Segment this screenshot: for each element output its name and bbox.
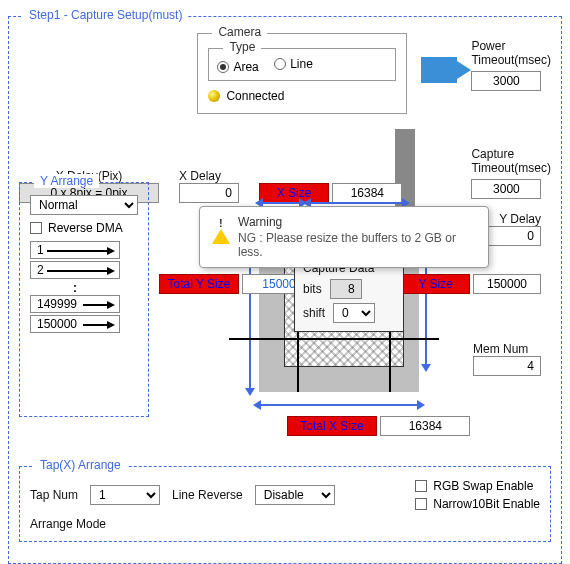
camera-type-group: Type Area Line <box>208 48 396 81</box>
warning-icon <box>212 215 230 231</box>
shift-label: shift <box>303 306 325 320</box>
yarrange-title: Y Arrange <box>34 174 99 188</box>
yarrange-mode-select[interactable]: Normal <box>30 195 138 215</box>
connected-label: Connected <box>226 89 284 103</box>
total-xsize-input[interactable]: 16384 <box>380 416 470 436</box>
memnum-label: Mem Num <box>473 342 541 356</box>
power-timeout-block: Power Timeout(msec) 3000 <box>471 39 551 91</box>
warning-title: Warning <box>238 215 476 229</box>
camera-type-area-label: Area <box>233 60 258 74</box>
list-item: 2 <box>30 261 120 279</box>
ysize-label: Y Size <box>402 274 470 294</box>
total-xsize-block: Total X Size 16384 <box>287 414 470 436</box>
yarrange-list: 1 2 : 149999 150000 <box>30 241 138 333</box>
total-ysize-label: Total Y Size <box>159 274 239 294</box>
camera-group: Camera Type Area Line Connected <box>197 33 407 114</box>
ysize-input[interactable]: 150000 <box>473 274 541 294</box>
tapx-title: Tap(X) Arrange <box>34 458 127 472</box>
power-timeout-input[interactable]: 3000 <box>471 71 541 91</box>
ysize-block: Y Size 150000 <box>402 272 541 294</box>
camera-icon <box>421 57 457 83</box>
tapnum-label: Tap Num <box>30 488 78 502</box>
camera-type-line-radio[interactable]: Line <box>274 57 313 71</box>
memnum-input[interactable]: 4 <box>473 356 541 376</box>
narrow10-checkbox[interactable]: Narrow10Bit Enable <box>415 497 540 511</box>
connected-indicator-icon <box>208 90 220 102</box>
diagram-area: Y Arrange Normal Reverse DMA 1 2 : 14999… <box>19 174 551 464</box>
bits-readonly: 8 <box>330 279 362 299</box>
shift-select[interactable]: 0 <box>333 303 375 323</box>
linereverse-label: Line Reverse <box>172 488 243 502</box>
camera-type-line-label: Line <box>290 57 313 71</box>
camera-group-title: Camera <box>212 25 267 39</box>
reverse-dma-label: Reverse DMA <box>48 221 123 235</box>
warning-message: NG : Please resize the buffers to 2 GB o… <box>238 231 476 259</box>
list-item: 1 <box>30 241 120 259</box>
power-timeout-label: Power Timeout(msec) <box>471 39 551 67</box>
bits-label: bits <box>303 282 322 296</box>
capture-timeout-label: Capture Timeout(msec) <box>471 147 551 175</box>
memnum-block: Mem Num 4 <box>473 342 541 376</box>
rgbswap-label: RGB Swap Enable <box>433 479 533 493</box>
warning-tooltip: Warning NG : Please resize the buffers t… <box>199 206 489 268</box>
narrow10-label: Narrow10Bit Enable <box>433 497 540 511</box>
linereverse-select[interactable]: Disable <box>255 485 335 505</box>
tapnum-select[interactable]: 1 <box>90 485 160 505</box>
step1-title: Step1 - Capture Setup(must) <box>23 8 188 22</box>
camera-type-area-radio[interactable]: Area <box>217 60 258 74</box>
camera-type-label: Type <box>223 40 261 54</box>
rgbswap-checkbox[interactable]: RGB Swap Enable <box>415 479 540 493</box>
list-ellipsis: : <box>30 281 120 295</box>
total-xsize-label: Total X Size <box>287 416 377 436</box>
list-item: 149999 <box>30 295 120 313</box>
list-item: 150000 <box>30 315 120 333</box>
arrange-mode-label: Arrange Mode <box>30 517 540 531</box>
step1-group: Step1 - Capture Setup(must) Camera Type … <box>8 16 562 564</box>
tapx-group: Tap(X) Arrange Tap Num 1 Line Reverse Di… <box>19 466 551 542</box>
reverse-dma-checkbox[interactable]: Reverse DMA <box>30 221 123 235</box>
yarrange-group: Y Arrange Normal Reverse DMA 1 2 : 14999… <box>19 182 149 417</box>
